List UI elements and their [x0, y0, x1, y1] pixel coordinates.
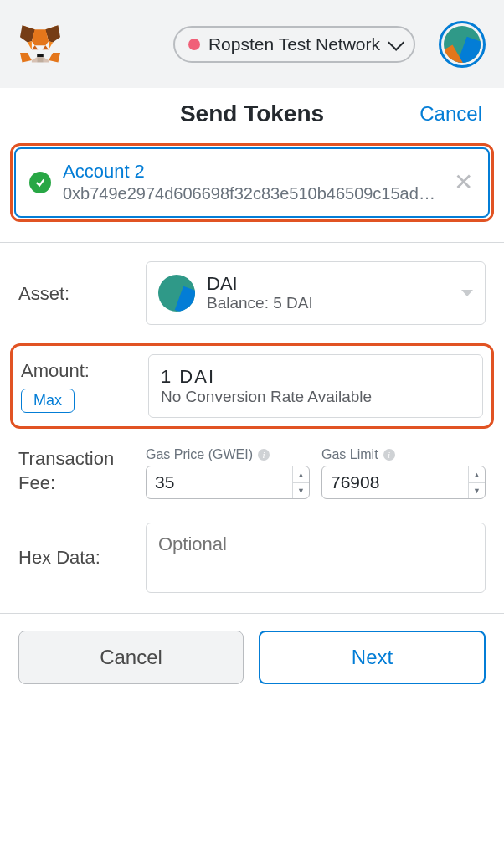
asset-balance: Balance: 5 DAI: [207, 294, 313, 312]
header-cancel-link[interactable]: Cancel: [419, 102, 482, 126]
caret-down-icon: [461, 290, 473, 296]
stepper-down-icon[interactable]: ▼: [469, 483, 485, 499]
gas-limit-value: 76908: [322, 466, 468, 498]
gas-price-field: Gas Price (GWEI) i 35 ▲ ▼: [146, 447, 310, 499]
amount-label: Amount:: [21, 360, 148, 382]
stepper-up-icon[interactable]: ▲: [469, 466, 485, 483]
metamask-logo: [18, 24, 62, 64]
gas-price-input[interactable]: 35 ▲ ▼: [146, 466, 310, 499]
svg-marker-14: [37, 57, 44, 62]
gas-price-label: Gas Price (GWEI): [146, 447, 253, 462]
hex-input[interactable]: [146, 523, 486, 593]
svg-marker-7: [43, 45, 49, 49]
token-icon: [158, 275, 195, 312]
max-button[interactable]: Max: [21, 389, 75, 413]
footer: Cancel Next: [0, 613, 504, 701]
top-header: Ropsten Test Network: [0, 0, 504, 88]
svg-marker-6: [32, 45, 39, 49]
amount-conversion: No Conversion Rate Available: [161, 388, 471, 406]
asset-picker[interactable]: DAI Balance: 5 DAI: [146, 261, 486, 325]
svg-marker-12: [32, 29, 49, 45]
svg-marker-3: [20, 53, 32, 62]
gas-price-value: 35: [147, 466, 292, 498]
gas-limit-field: Gas Limit i 76908 ▲ ▼: [321, 447, 486, 499]
account-avatar-button[interactable]: [439, 21, 486, 68]
svg-marker-10: [28, 41, 32, 49]
chevron-down-icon: [388, 33, 404, 50]
asset-symbol: DAI: [207, 274, 313, 294]
recipient-card: Account 2 0xb749e2974d606698f32c83e510b4…: [14, 147, 490, 218]
svg-marker-5: [44, 57, 49, 62]
gas-limit-input[interactable]: 76908 ▲ ▼: [321, 466, 486, 499]
asset-label: Asset:: [18, 282, 146, 306]
network-selector[interactable]: Ropsten Test Network: [173, 26, 415, 63]
info-icon[interactable]: i: [258, 449, 270, 461]
fee-label: Transaction Fee:: [18, 447, 146, 499]
send-form: Asset: DAI Balance: 5 DAI Amount: Max 1 …: [0, 243, 504, 593]
gas-limit-label: Gas Limit: [321, 447, 378, 462]
amount-input[interactable]: 1 DAI No Conversion Rate Available: [148, 354, 483, 418]
recipient-name: Account 2: [63, 161, 439, 183]
recipient-address: 0xb749e2974d606698f32c83e510b46509c15add…: [63, 183, 439, 204]
network-label: Ropsten Test Network: [208, 34, 380, 54]
fee-row: Transaction Fee: Gas Price (GWEI) i 35 ▲…: [18, 447, 486, 499]
hex-label: Hex Data:: [18, 547, 146, 569]
network-status-dot: [188, 39, 200, 50]
close-icon[interactable]: ✕: [450, 167, 476, 198]
check-icon: [29, 172, 51, 193]
identicon: [444, 26, 481, 63]
info-icon[interactable]: i: [383, 449, 395, 461]
svg-marker-11: [49, 41, 53, 49]
amount-highlight: Amount: Max 1 DAI No Conversion Rate Ava…: [10, 343, 494, 429]
svg-marker-2: [49, 53, 60, 62]
asset-row: Asset: DAI Balance: 5 DAI: [18, 261, 486, 325]
amount-value: 1 DAI: [161, 366, 471, 388]
stepper-up-icon[interactable]: ▲: [293, 466, 309, 483]
cancel-button[interactable]: Cancel: [18, 631, 244, 684]
svg-marker-13: [37, 54, 44, 57]
page-title-row: Send Tokens Cancel: [0, 88, 504, 140]
next-button[interactable]: Next: [259, 631, 486, 684]
recipient-highlight: Account 2 0xb749e2974d606698f32c83e510b4…: [10, 143, 494, 222]
page-title: Send Tokens: [180, 100, 324, 127]
hex-row: Hex Data:: [18, 523, 486, 593]
svg-marker-4: [32, 57, 37, 62]
stepper-down-icon[interactable]: ▼: [293, 483, 309, 499]
